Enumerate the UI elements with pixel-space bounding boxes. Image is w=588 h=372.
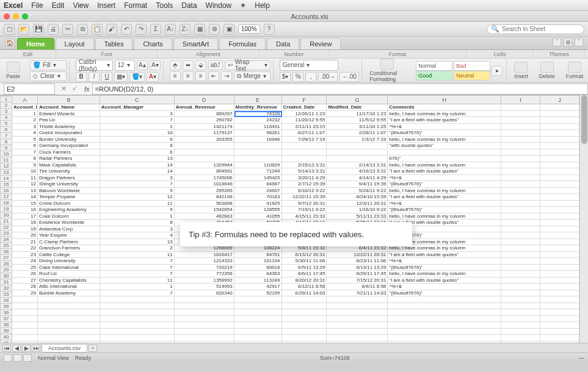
cell[interactable] <box>540 207 579 213</box>
cell[interactable] <box>38 309 100 316</box>
row-header[interactable]: 25 <box>0 243 12 249</box>
cell[interactable] <box>501 188 540 195</box>
cell[interactable]: 9 <box>12 162 38 169</box>
style-navigate-icon[interactable]: ▸ <box>492 66 503 76</box>
cell[interactable] <box>388 316 501 323</box>
cell[interactable] <box>327 342 388 343</box>
increase-font-icon[interactable]: A▴ <box>137 60 148 70</box>
cell[interactable] <box>540 252 579 259</box>
wrap-text-button[interactable]: ↩ Wrap Text ▾ <box>225 60 270 70</box>
cell[interactable] <box>501 149 540 156</box>
cell[interactable] <box>38 316 100 323</box>
cell[interactable]: Border University <box>38 137 100 143</box>
cell[interactable]: ^%+& <box>388 124 501 131</box>
cell[interactable]: 70183 <box>234 194 282 201</box>
cell[interactable] <box>540 162 579 169</box>
cell[interactable]: 7/21/11 14:03 <box>327 290 388 297</box>
cell[interactable] <box>100 303 175 310</box>
cell[interactable] <box>501 130 540 137</box>
menu-data[interactable]: Data <box>181 1 197 10</box>
cell[interactable]: Year Esquire <box>38 232 100 239</box>
fill-button[interactable]: 🪣 Fill ▾ <box>30 60 67 70</box>
cell[interactable]: "(8huisdf7676)" <box>388 130 501 137</box>
cell[interactable]: 1/3/12 7:19 <box>327 137 388 143</box>
ribbon-close-icon[interactable]: ˇ <box>575 38 583 46</box>
cell[interactable] <box>100 316 175 323</box>
cell[interactable]: Cattle College <box>38 252 100 259</box>
cell[interactable]: 2/15/13 3:31 <box>282 162 327 169</box>
cell[interactable]: 5/30/11 11:06 <box>282 258 327 265</box>
cell[interactable]: 23 <box>12 252 38 259</box>
cell[interactable]: 7 <box>100 271 175 277</box>
cell[interactable] <box>388 303 501 310</box>
cell[interactable] <box>234 316 282 323</box>
cell[interactable]: 5/11/11 23:33 <box>327 213 388 220</box>
cell[interactable]: Germany Incorporated <box>38 143 100 149</box>
cell[interactable] <box>501 271 540 277</box>
cell[interactable]: Existence Worldwide <box>38 220 100 226</box>
cell[interactable] <box>501 303 540 310</box>
cell[interactable]: 101194 <box>234 258 282 265</box>
cell[interactable] <box>501 296 540 303</box>
cell[interactable]: Grandson Farmers <box>38 245 100 252</box>
cell[interactable]: 6 <box>12 143 38 149</box>
bold-icon[interactable]: B <box>76 72 87 82</box>
cell[interactable] <box>38 335 100 342</box>
row-header[interactable]: 7 <box>0 133 12 139</box>
cell[interactable]: 10 <box>12 168 38 175</box>
cell[interactable] <box>12 329 38 335</box>
cell[interactable]: 9 <box>100 188 175 195</box>
cell[interactable]: 113249 <box>234 277 282 284</box>
cell[interactable]: 4 <box>12 130 38 137</box>
cell[interactable]: 1/16/10 9:22 <box>327 207 388 213</box>
column-header[interactable]: A <box>12 95 38 104</box>
cell[interactable] <box>540 111 579 118</box>
row-header[interactable]: 1 <box>0 96 12 102</box>
cell[interactable] <box>234 149 282 156</box>
accept-formula-icon[interactable]: ✓ <box>70 84 79 94</box>
cell[interactable]: Pea Llc <box>38 117 100 124</box>
cell[interactable]: 1179137 <box>175 130 234 137</box>
italic-icon[interactable]: I <box>89 72 100 82</box>
cell[interactable]: 9/7/12 20:31 <box>282 201 327 207</box>
tab-nav-prev-icon[interactable]: ◀ <box>12 345 21 352</box>
cell[interactable] <box>282 156 327 162</box>
cell[interactable]: 8/20/12 20:31 <box>282 277 327 284</box>
align-middle-icon[interactable]: ⬌ <box>183 60 194 70</box>
status-zoom-icon[interactable]: — <box>579 355 584 361</box>
cell[interactable]: Baboon Worldwide <box>38 188 100 195</box>
cell[interactable] <box>12 303 38 310</box>
cell[interactable] <box>540 277 579 284</box>
cell[interactable] <box>540 137 579 143</box>
row-header[interactable]: 12 <box>0 163 12 170</box>
comma-icon[interactable]: , <box>305 72 316 82</box>
row-header[interactable]: 21 <box>0 218 12 224</box>
cell[interactable]: "(8huisdf7676)" <box>388 290 501 297</box>
cell[interactable]: Diving University <box>38 258 100 265</box>
cell[interactable]: 14 <box>100 162 175 169</box>
cell[interactable]: hello, I have commas in my column <box>388 271 501 277</box>
cell[interactable]: ^%+& <box>388 175 501 182</box>
row-header[interactable]: 32 <box>0 285 12 292</box>
cell[interactable]: Chemistry Capatalists <box>38 277 100 284</box>
cell[interactable]: Roof Llc <box>38 271 100 277</box>
row-header[interactable]: 39 <box>0 328 12 334</box>
cell[interactable]: 6/6/11 17:45 <box>282 271 327 277</box>
row-header[interactable]: 15 <box>0 182 12 188</box>
row-header[interactable]: 28 <box>0 261 12 267</box>
cell[interactable]: 9/4/11 15:39 <box>327 181 388 188</box>
cell[interactable]: 2 <box>12 117 38 124</box>
cell[interactable]: 21 <box>12 239 38 246</box>
cell[interactable] <box>540 239 579 246</box>
cell[interactable]: 22 <box>12 245 38 252</box>
cell[interactable]: 6/24/10 15:39 <box>327 194 388 201</box>
cell[interactable] <box>234 335 282 342</box>
cell[interactable]: 20 <box>12 232 38 239</box>
toolbox-icon[interactable]: ⚙ <box>209 24 220 35</box>
cell[interactable] <box>388 322 501 329</box>
cell[interactable]: 8/9/11 8:58 <box>327 284 388 290</box>
cell[interactable] <box>282 149 327 156</box>
cell[interactable]: 6/13/12 20:31 <box>282 252 327 259</box>
cell[interactable]: 1329944 <box>175 162 234 169</box>
cell[interactable] <box>540 226 579 233</box>
